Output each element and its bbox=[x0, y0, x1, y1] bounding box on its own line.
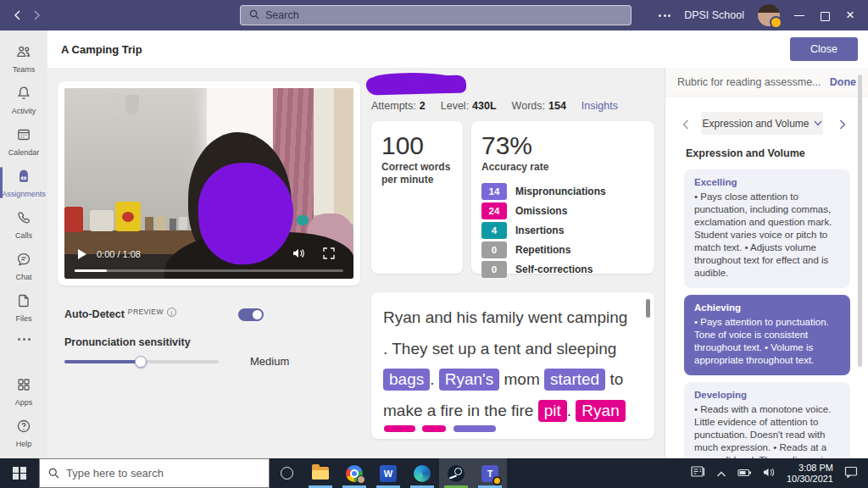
error-row: 4Insertions bbox=[481, 220, 644, 240]
assignment-header: A Camping Trip Close bbox=[47, 30, 868, 68]
clock-date: 10/30/2021 bbox=[787, 474, 833, 485]
action-center-icon[interactable] bbox=[844, 466, 858, 481]
rubric-level-achieving[interactable]: Achieving• Pays attention to punctuation… bbox=[684, 295, 850, 375]
error-count-badge: 14 bbox=[481, 183, 507, 200]
student-name-redaction bbox=[366, 75, 467, 95]
video-detail bbox=[145, 217, 153, 230]
rubric-level-excelling[interactable]: Excelling• Pays close attention to punct… bbox=[684, 169, 850, 288]
back-icon[interactable] bbox=[14, 10, 21, 20]
sensitivity-slider[interactable] bbox=[64, 360, 219, 363]
clipped-highlights bbox=[371, 425, 654, 434]
passage-line: Ryan and his family went camping bbox=[383, 302, 643, 334]
word-icon: W bbox=[380, 465, 397, 482]
teams-taskbar-button[interactable]: T bbox=[473, 458, 507, 488]
more-options-icon[interactable] bbox=[659, 14, 670, 17]
passage-scrollbar[interactable] bbox=[646, 299, 650, 318]
passage-word: make a fire in the fire bbox=[383, 402, 538, 419]
highlighted-word[interactable]: started bbox=[544, 369, 605, 391]
error-label: Omissions bbox=[515, 205, 567, 217]
sidebar-item-label: Apps bbox=[15, 398, 33, 407]
passage-line: . They set up a tent and sleeping bbox=[383, 334, 643, 365]
chrome-taskbar-button[interactable] bbox=[337, 458, 371, 488]
volume-icon[interactable] bbox=[292, 247, 306, 263]
error-count-badge: 4 bbox=[481, 222, 507, 239]
error-label: Self-corrections bbox=[515, 263, 593, 275]
hidden-icons-chevron[interactable] bbox=[716, 466, 726, 481]
news-widget-icon[interactable] bbox=[691, 465, 705, 481]
sidebar-item-activity[interactable]: Activity bbox=[0, 79, 47, 120]
file-explorer-taskbar-button[interactable] bbox=[303, 458, 337, 488]
teams-window: Search DPSI School × TeamsActivityCalend… bbox=[0, 0, 868, 488]
passage-word: . bbox=[567, 402, 576, 419]
sidebar-item-chat[interactable]: Chat bbox=[0, 245, 47, 286]
start-button[interactable] bbox=[0, 458, 39, 488]
taskbar-clock[interactable]: 3:08 PM 10/30/2021 bbox=[787, 463, 833, 485]
video-detail bbox=[156, 215, 166, 230]
edge-taskbar-button[interactable] bbox=[405, 458, 439, 488]
criterion-dropdown[interactable]: Expression and Volume bbox=[701, 112, 823, 135]
activity-icon bbox=[15, 85, 32, 105]
calendar-icon bbox=[15, 126, 32, 147]
taskbar-search-input[interactable]: Type here to search bbox=[39, 458, 270, 488]
volume-icon[interactable] bbox=[763, 466, 776, 481]
error-label: Repetitions bbox=[515, 244, 570, 256]
clock-time: 3:08 PM bbox=[787, 463, 833, 474]
play-icon[interactable] bbox=[78, 249, 86, 259]
battery-icon[interactable] bbox=[737, 466, 752, 481]
sidebar-item-more[interactable] bbox=[0, 328, 47, 351]
forward-icon[interactable] bbox=[33, 10, 41, 20]
steam-taskbar-button[interactable] bbox=[439, 458, 473, 488]
prev-criterion-icon[interactable] bbox=[682, 118, 689, 133]
sidebar-item-label: Activity bbox=[12, 107, 36, 115]
rubric-level-text: • Pays close attention to punctuation, i… bbox=[694, 191, 840, 280]
highlighted-word[interactable]: Ryan's bbox=[439, 369, 499, 391]
teams-icon: T bbox=[481, 465, 498, 482]
windows-taskbar: Type here to search WT 3:08 PM 10/30/202… bbox=[0, 458, 868, 488]
page-title: A Camping Trip bbox=[61, 43, 142, 56]
word-taskbar-button[interactable]: W bbox=[371, 458, 405, 488]
sidebar-item-assignments[interactable]: Assignments bbox=[0, 162, 47, 203]
rubric-done-button[interactable]: Done bbox=[830, 76, 856, 88]
attempts-stat: Attempts:2 bbox=[371, 100, 426, 112]
windows-logo-icon bbox=[13, 467, 26, 480]
sidebar-item-teams[interactable]: Teams bbox=[0, 37, 47, 79]
rubric-level-text: • Reads with a monotone voice. Little ev… bbox=[694, 403, 840, 458]
sensitivity-label: Pronunciation sensitivity bbox=[64, 336, 191, 348]
sidebar-item-label: Chat bbox=[15, 273, 31, 281]
teams-search-input[interactable]: Search bbox=[240, 5, 632, 25]
highlighted-word[interactable]: Ryan bbox=[576, 400, 625, 422]
cortana-button[interactable] bbox=[270, 458, 303, 488]
sidebar-item-calls[interactable]: Calls bbox=[0, 203, 47, 245]
words-stat: Words:154 bbox=[512, 100, 566, 112]
fullscreen-icon[interactable] bbox=[323, 247, 335, 263]
highlighted-word[interactable]: pit bbox=[538, 400, 567, 422]
minimize-button[interactable] bbox=[793, 9, 805, 21]
passage-line: make a fire in the fire pit. Ryan bbox=[383, 396, 643, 427]
auto-detect-toggle[interactable] bbox=[238, 308, 264, 321]
slider-thumb[interactable] bbox=[135, 356, 147, 368]
video-detail bbox=[297, 215, 309, 225]
rubric-scrollbar[interactable] bbox=[858, 75, 862, 367]
restore-button[interactable] bbox=[819, 9, 831, 21]
sidebar-item-label: Help bbox=[16, 440, 32, 448]
sidebar-item-calendar[interactable]: Calendar bbox=[0, 120, 47, 162]
steam-icon bbox=[448, 465, 465, 482]
sidebar-bottom: AppsHelp bbox=[0, 370, 47, 458]
close-window-button[interactable]: × bbox=[844, 9, 856, 21]
sidebar-item-help[interactable]: Help bbox=[0, 412, 47, 453]
files-icon bbox=[15, 292, 32, 313]
insights-link[interactable]: Insights bbox=[581, 100, 618, 112]
avatar[interactable] bbox=[758, 4, 780, 26]
next-criterion-icon[interactable] bbox=[839, 118, 846, 133]
video-progress-bar[interactable] bbox=[75, 269, 343, 272]
rubric-level-name: Developing bbox=[694, 390, 840, 400]
calls-icon bbox=[15, 209, 32, 230]
close-assignment-button[interactable]: Close bbox=[790, 37, 858, 61]
sidebar-item-files[interactable]: Files bbox=[0, 286, 47, 328]
highlighted-word[interactable]: bags bbox=[383, 369, 430, 391]
sidebar-item-apps[interactable]: Apps bbox=[0, 370, 47, 412]
rubric-level-developing[interactable]: Developing• Reads with a monotone voice.… bbox=[684, 382, 850, 458]
video-player[interactable]: 0:00 / 1:08 bbox=[64, 88, 353, 279]
preview-tag: PREVIEW bbox=[128, 308, 164, 316]
info-icon[interactable]: i bbox=[167, 308, 176, 317]
